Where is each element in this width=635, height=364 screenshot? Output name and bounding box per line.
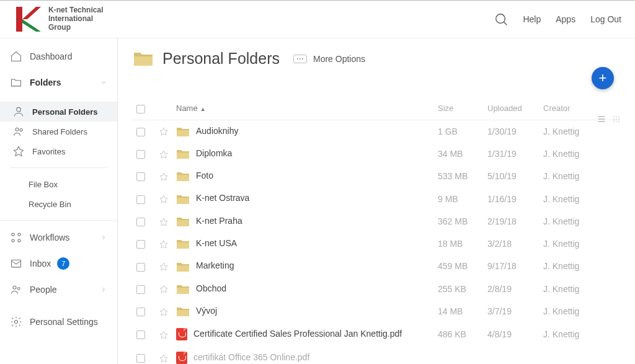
nav-label: Inbox <box>30 259 51 269</box>
nav-label: Recycle Bin <box>29 200 71 209</box>
svg-marker-30 <box>160 151 167 158</box>
row-star[interactable] <box>155 210 172 233</box>
nav-file-box[interactable]: File Box <box>0 174 117 194</box>
nav-label: Favorites <box>32 147 65 156</box>
nav-inbox[interactable]: Inbox 7 <box>0 251 117 277</box>
svg-marker-2 <box>22 19 41 32</box>
row-checkbox[interactable] <box>133 187 155 210</box>
table-row[interactable]: K-net Ostrava9 MB1/16/19J. Knettig <box>133 187 620 210</box>
row-star[interactable] <box>155 233 172 255</box>
logout-link[interactable]: Log Out <box>590 14 621 24</box>
more-options-icon[interactable] <box>293 55 307 63</box>
grid-view-icon[interactable] <box>611 114 621 124</box>
row-name[interactable]: Audioknihy <box>172 120 434 143</box>
chevron-down-icon <box>100 79 107 86</box>
row-checkbox[interactable] <box>133 120 155 143</box>
row-checkbox[interactable] <box>133 322 155 346</box>
row-size: 14 MB <box>434 300 484 322</box>
col-checkbox[interactable] <box>133 99 155 120</box>
table-row[interactable]: Audioknihy1 GB1/30/19J. Knettig <box>133 120 620 143</box>
more-options-link[interactable]: More Options <box>313 54 365 64</box>
list-view-icon[interactable] <box>597 114 606 124</box>
nav-favorites[interactable]: Favorites <box>0 141 117 161</box>
svg-point-24 <box>616 118 617 120</box>
row-name[interactable]: Obchod <box>172 278 434 300</box>
row-star[interactable] <box>155 322 172 346</box>
row-size: 486 KB <box>434 322 484 346</box>
nav-folders[interactable]: Folders <box>0 69 117 95</box>
nav-personal-folders[interactable]: Personal Folders <box>0 102 117 122</box>
row-name[interactable]: Certificate Certified Sales Professional… <box>172 322 434 346</box>
row-creator: J. Knettig <box>540 322 620 346</box>
row-checkbox[interactable] <box>133 346 155 364</box>
svg-line-4 <box>504 22 507 25</box>
row-uploaded: 5/10/19 <box>484 165 540 187</box>
row-name[interactable]: Diplomka <box>172 143 434 165</box>
row-checkbox[interactable] <box>133 233 155 255</box>
table-row[interactable]: certifikát Office 365 Online.pdf <box>133 346 620 364</box>
row-checkbox[interactable] <box>133 278 155 300</box>
row-creator <box>540 346 620 364</box>
col-uploaded[interactable]: Uploaded <box>484 99 540 120</box>
row-star[interactable] <box>155 143 172 165</box>
svg-point-21 <box>616 116 617 117</box>
row-size: 362 MB <box>434 210 484 233</box>
add-button[interactable]: + <box>592 67 614 89</box>
row-creator: J. Knettig <box>540 278 620 300</box>
table-row[interactable]: Foto533 MB5/10/19J. Knettig <box>133 165 620 187</box>
home-icon <box>10 50 22 63</box>
row-star[interactable] <box>155 300 172 322</box>
row-star[interactable] <box>155 187 172 210</box>
nav-recycle-bin[interactable]: Recycle Bin <box>0 194 117 214</box>
row-name[interactable]: certifikát Office 365 Online.pdf <box>172 346 434 364</box>
row-creator: J. Knettig <box>540 255 620 277</box>
apps-link[interactable]: Apps <box>556 14 575 24</box>
row-star[interactable] <box>155 165 172 187</box>
table-row[interactable]: Marketing459 MB9/17/18J. Knettig <box>133 255 620 277</box>
row-checkbox[interactable] <box>133 210 155 233</box>
nav-shared-folders[interactable]: Shared Folders <box>0 122 117 141</box>
row-star[interactable] <box>155 278 172 300</box>
row-checkbox[interactable] <box>133 143 155 165</box>
row-checkbox[interactable] <box>133 165 155 187</box>
nav-dashboard[interactable]: Dashboard <box>0 43 117 69</box>
nav-workflows[interactable]: Workflows <box>0 224 117 251</box>
row-name[interactable]: K-net USA <box>172 233 434 255</box>
col-size[interactable]: Size <box>434 99 484 120</box>
top-bar: K-net Technical International Group Help… <box>0 0 635 38</box>
people-icon <box>10 283 22 296</box>
svg-marker-35 <box>160 263 167 270</box>
row-checkbox[interactable] <box>133 300 155 322</box>
help-link[interactable]: Help <box>523 14 541 24</box>
inbox-icon <box>10 257 22 270</box>
nav-people[interactable]: People <box>0 277 117 303</box>
svg-marker-38 <box>160 331 167 339</box>
table-row[interactable]: Obchod255 KB2/8/19J. Knettig <box>133 278 620 300</box>
row-name[interactable]: Foto <box>172 165 434 187</box>
col-name[interactable]: Name▲ <box>172 99 434 120</box>
table-row[interactable]: Diplomka34 MB1/31/19J. Knettig <box>133 143 620 165</box>
search-icon[interactable] <box>494 12 508 26</box>
row-name[interactable]: Vývoj <box>172 300 434 322</box>
svg-point-20 <box>613 116 615 117</box>
row-star[interactable] <box>155 120 172 143</box>
table-row[interactable]: Vývoj14 MB3/7/19J. Knettig <box>133 300 620 322</box>
row-name[interactable]: Marketing <box>172 255 434 277</box>
table-row[interactable]: Certificate Certified Sales Professional… <box>133 322 620 346</box>
row-uploaded: 1/31/19 <box>484 143 540 165</box>
svg-point-27 <box>616 121 617 122</box>
row-name[interactable]: K-net Ostrava <box>172 187 434 210</box>
table-row[interactable]: K-net USA18 MB3/2/18J. Knettig <box>133 233 620 255</box>
svg-marker-1 <box>22 7 41 19</box>
svg-point-9 <box>12 233 14 236</box>
row-star[interactable] <box>155 255 172 277</box>
svg-point-22 <box>618 116 619 117</box>
row-name[interactable]: K-net Praha <box>172 210 434 233</box>
row-uploaded: 1/16/19 <box>484 187 540 210</box>
svg-point-16 <box>15 321 18 324</box>
row-checkbox[interactable] <box>133 255 155 277</box>
nav-settings[interactable]: Personal Settings <box>0 309 117 335</box>
row-star[interactable] <box>155 346 172 364</box>
table-row[interactable]: K-net Praha362 MB2/19/18J. Knettig <box>133 210 620 233</box>
svg-marker-34 <box>160 241 167 248</box>
